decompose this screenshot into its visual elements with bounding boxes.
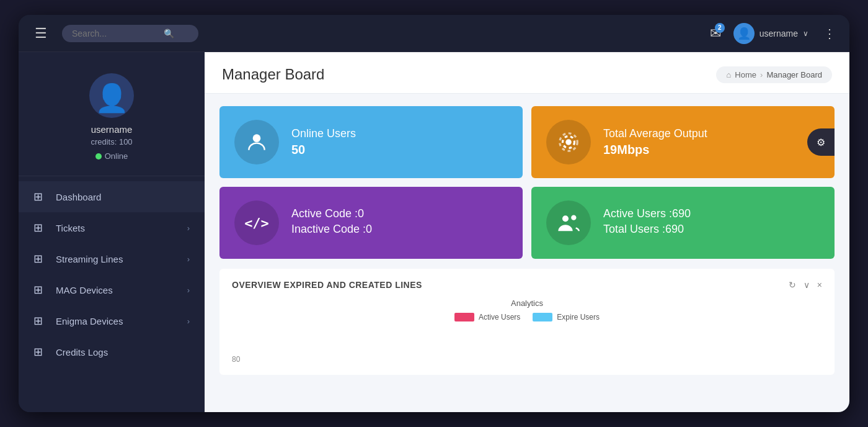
avatar: 👤 <box>733 23 755 44</box>
online-label: Online <box>105 151 128 161</box>
sidebar-item-mag-devices[interactable]: ⊞ MAG Devices › <box>19 274 205 305</box>
stat-icon-code: </> <box>234 200 279 245</box>
avatar-icon: 👤 <box>737 27 751 40</box>
stats-grid: Online Users 50 Total Average Out <box>205 94 849 269</box>
search-bar[interactable]: 🔍 <box>62 25 198 42</box>
stat-card-avg-output: Total Average Output 19Mbps ⚙ <box>531 106 835 178</box>
profile-avatar-icon: 👤 <box>95 84 129 112</box>
stat-label-active-users: Active Users :690 <box>603 207 691 220</box>
sidebar-item-credits-logs[interactable]: ⊞ Credits Logs <box>19 336 205 367</box>
legend-label-expire: Expire Users <box>557 313 600 321</box>
dashboard-icon: ⊞ <box>33 190 47 204</box>
content-header: Manager Board ⌂ Home › Manager Board <box>205 52 849 94</box>
svg-point-0 <box>253 134 261 142</box>
search-icon: 🔍 <box>164 29 174 38</box>
profile-credits: credits: 100 <box>91 137 132 146</box>
chevron-down-icon: ∨ <box>803 29 808 38</box>
chart-legend: Active Users Expire Users <box>232 313 822 321</box>
stat-label: Online Users <box>291 127 356 140</box>
credits-logs-icon: ⊞ <box>33 345 47 359</box>
gear-button[interactable]: ⚙ <box>807 128 835 156</box>
svg-point-5 <box>571 215 576 220</box>
page-title: Manager Board <box>222 66 324 83</box>
stat-icon-avg-output <box>546 120 591 164</box>
stat-text-avg-output: Total Average Output 19Mbps <box>603 127 707 157</box>
sidebar-profile: 👤 username credits: 100 Online <box>19 58 205 176</box>
sidebar-item-label: Enigma Devices <box>56 316 123 326</box>
stat-icon-users <box>546 200 591 245</box>
chart-title: Analytics <box>232 299 822 308</box>
breadcrumb-separator: › <box>760 70 763 79</box>
enigma-devices-icon: ⊞ <box>33 314 47 328</box>
chevron-right-icon: › <box>187 317 190 326</box>
main-layout: 👤 username credits: 100 Online ⊞ Dashboa… <box>19 52 849 412</box>
streaming-lines-icon: ⊞ <box>33 252 47 266</box>
stat-label: Total Average Output <box>603 127 707 140</box>
sidebar-item-streaming-lines[interactable]: ⊞ Streaming Lines › <box>19 243 205 274</box>
stat-card-online-users: Online Users 50 <box>219 106 523 178</box>
svg-point-1 <box>565 139 572 145</box>
sidebar-item-label: Dashboard <box>56 192 101 202</box>
legend-color-expire <box>533 313 552 321</box>
chevron-right-icon: › <box>187 254 190 264</box>
stat-text-codes: Active Code :0 Inactive Code :0 <box>291 207 372 238</box>
chart-area: 80 <box>232 326 822 364</box>
sidebar-nav: ⊞ Dashboard ⊞ Tickets › ⊞ Streaming Line… <box>19 176 205 412</box>
username-label: username <box>760 29 798 38</box>
profile-avatar: 👤 <box>89 73 134 118</box>
stat-text-users: Active Users :690 Total Users :690 <box>603 207 691 238</box>
stat-card-users: Active Users :690 Total Users :690 <box>531 187 835 259</box>
overview-section: OVERVIEW EXPIRED AND CREATED LINES ↻ ∨ ×… <box>219 269 835 375</box>
legend-color-active <box>454 313 474 321</box>
stat-text-online-users: Online Users 50 <box>291 127 356 157</box>
topbar: ☰ 🔍 ✉ 2 👤 username ∨ ⋮ <box>19 15 849 52</box>
overview-header: OVERVIEW EXPIRED AND CREATED LINES ↻ ∨ × <box>232 280 822 290</box>
sidebar-item-enigma-devices[interactable]: ⊞ Enigma Devices › <box>19 305 205 336</box>
sidebar-item-label: Streaming Lines <box>56 254 123 264</box>
online-dot <box>95 153 102 160</box>
close-button[interactable]: × <box>817 280 822 290</box>
tickets-icon: ⊞ <box>33 221 47 235</box>
chart-axis-label: 80 <box>232 355 240 364</box>
more-options-button[interactable]: ⋮ <box>821 24 838 43</box>
mag-devices-icon: ⊞ <box>33 283 47 297</box>
stat-value: 19Mbps <box>603 143 707 157</box>
notification-badge: 2 <box>715 23 725 33</box>
online-status: Online <box>95 151 128 161</box>
sidebar: 👤 username credits: 100 Online ⊞ Dashboa… <box>19 52 205 412</box>
sidebar-item-dashboard[interactable]: ⊞ Dashboard <box>19 181 205 212</box>
hamburger-icon[interactable]: ☰ <box>30 23 52 44</box>
topbar-right: ✉ 2 👤 username ∨ ⋮ <box>710 23 838 44</box>
user-menu[interactable]: 👤 username ∨ <box>733 23 808 44</box>
stat-value: 50 <box>291 143 356 157</box>
breadcrumb: ⌂ Home › Manager Board <box>716 66 832 83</box>
sidebar-item-tickets[interactable]: ⊞ Tickets › <box>19 212 205 243</box>
stat-icon-online-users <box>234 120 279 164</box>
legend-item-expire: Expire Users <box>533 313 600 321</box>
refresh-button[interactable]: ↻ <box>789 280 796 290</box>
sidebar-item-label: Credits Logs <box>56 347 108 357</box>
notification-button[interactable]: ✉ 2 <box>710 25 721 42</box>
sidebar-item-label: MAG Devices <box>56 285 113 295</box>
legend-item-active: Active Users <box>454 313 520 321</box>
sidebar-item-label: Tickets <box>56 223 85 233</box>
legend-label-active: Active Users <box>479 313 520 321</box>
breadcrumb-current: Manager Board <box>766 70 822 79</box>
breadcrumb-home-label: Home <box>735 70 756 79</box>
stat-label-active-code: Active Code :0 <box>291 207 372 220</box>
stat-label-total-users: Total Users :690 <box>603 223 691 236</box>
breadcrumb-home-icon: ⌂ <box>726 70 731 79</box>
stat-card-codes: </> Active Code :0 Inactive Code :0 <box>219 187 523 259</box>
profile-username: username <box>91 124 133 135</box>
collapse-button[interactable]: ∨ <box>804 280 810 290</box>
overview-actions: ↻ ∨ × <box>789 280 822 290</box>
chevron-right-icon: › <box>187 223 190 233</box>
chevron-right-icon: › <box>187 285 190 295</box>
stat-label-inactive-code: Inactive Code :0 <box>291 223 372 236</box>
search-input[interactable] <box>72 29 159 38</box>
svg-point-4 <box>562 215 569 222</box>
content-area: Manager Board ⌂ Home › Manager Board <box>205 52 849 412</box>
overview-title: OVERVIEW EXPIRED AND CREATED LINES <box>232 280 422 290</box>
